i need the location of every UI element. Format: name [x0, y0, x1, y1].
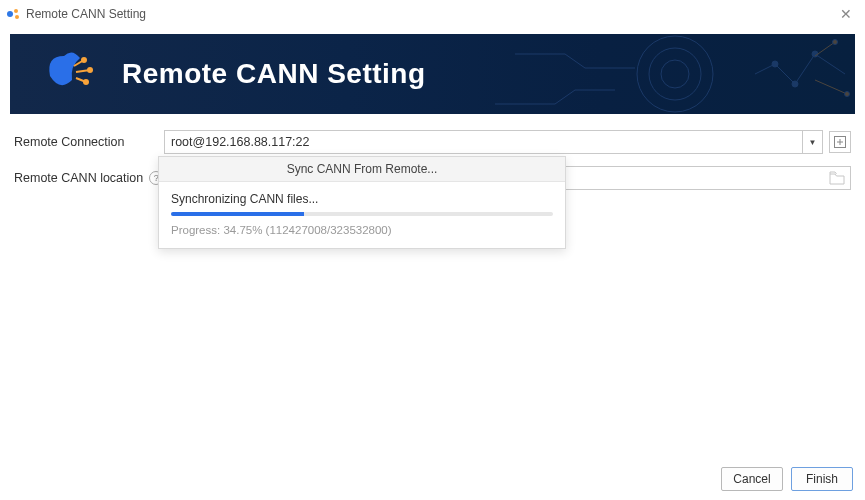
svg-point-6: [637, 36, 713, 112]
remote-connection-label: Remote Connection: [14, 135, 124, 149]
svg-point-0: [7, 11, 13, 17]
close-icon[interactable]: ✕: [833, 6, 859, 22]
chevron-down-icon[interactable]: ▼: [803, 130, 823, 154]
window-title: Remote CANN Setting: [26, 7, 833, 21]
brain-network-icon: [40, 46, 104, 102]
svg-point-1: [14, 9, 18, 13]
svg-point-8: [661, 60, 689, 88]
svg-point-13: [845, 92, 850, 97]
sync-progress-dialog: Sync CANN From Remote... Synchronizing C…: [158, 156, 566, 249]
svg-point-7: [649, 48, 701, 100]
remote-connection-input[interactable]: [164, 130, 803, 154]
banner-title: Remote CANN Setting: [122, 58, 426, 90]
remote-connection-row: Remote Connection ▼: [14, 130, 851, 154]
app-icon: [6, 6, 22, 22]
remote-location-label: Remote CANN location: [14, 171, 143, 185]
banner-decoration-icon: [495, 34, 855, 114]
banner: Remote CANN Setting: [10, 34, 855, 114]
sync-progress-text: Progress: 34.75% (112427008/323532800): [171, 224, 553, 236]
finish-button[interactable]: Finish: [791, 467, 853, 491]
svg-point-12: [833, 40, 838, 45]
sync-progress-bar: [171, 212, 553, 216]
sync-progress-fill: [171, 212, 304, 216]
sync-progress-message: Synchronizing CANN files...: [171, 192, 553, 206]
add-connection-button[interactable]: [829, 131, 851, 153]
sync-progress-title: Sync CANN From Remote...: [159, 157, 565, 182]
dialog-footer: Cancel Finish: [0, 456, 865, 500]
titlebar: Remote CANN Setting ✕: [0, 0, 865, 28]
plus-box-icon: [834, 136, 846, 148]
cancel-button[interactable]: Cancel: [721, 467, 783, 491]
svg-point-2: [15, 15, 19, 19]
folder-icon[interactable]: [829, 171, 845, 185]
